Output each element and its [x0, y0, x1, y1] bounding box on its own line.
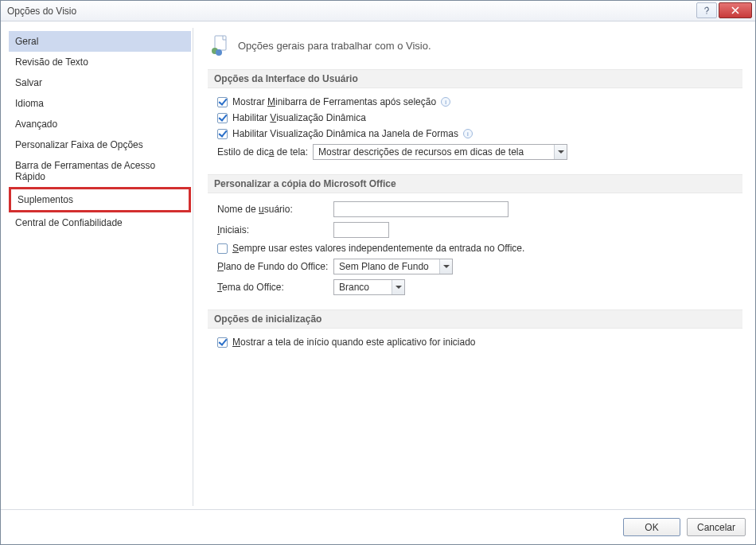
- page-intro: Opções gerais para trabalhar com o Visio…: [208, 34, 742, 56]
- ok-button[interactable]: OK: [623, 518, 680, 536]
- office-background-combo[interactable]: Sem Plano de Fundo: [333, 259, 453, 274]
- category-sidebar: Geral Revisão de Texto Salvar Idioma Ava…: [9, 28, 193, 506]
- section-personalize-body: Nome de usuário: Iniciais: Sempre usar e…: [208, 201, 742, 309]
- option-dynamic-view[interactable]: Habilitar Visualização Dinâmica: [217, 112, 738, 123]
- combo-value: Mostrar descrições de recursos em dicas …: [314, 145, 554, 159]
- option-label: Mostrar Minibarra de Ferramentas após se…: [232, 96, 436, 107]
- help-button[interactable]: [696, 2, 717, 18]
- svg-point-0: [706, 13, 707, 14]
- intro-text: Opções gerais para trabalhar com o Visio…: [238, 40, 431, 52]
- dialog-footer: OK Cancelar: [1, 509, 755, 544]
- option-label: Mostrar a tela de início quando este apl…: [232, 337, 476, 348]
- titlebar: Opções do Visio: [1, 1, 755, 21]
- sidebar-item-label: Salvar: [15, 77, 42, 88]
- section-startup-body: Mostrar a tela de início quando este apl…: [208, 337, 742, 362]
- sidebar-item-label: Geral: [15, 36, 38, 47]
- info-icon[interactable]: i: [463, 129, 473, 138]
- sidebar-item-save[interactable]: Salvar: [9, 72, 191, 93]
- sidebar-item-general[interactable]: Geral: [9, 31, 191, 52]
- sidebar-item-advanced[interactable]: Avançado: [9, 114, 191, 134]
- sidebar-item-proofing[interactable]: Revisão de Texto: [9, 52, 191, 72]
- initials-label: Iniciais:: [217, 224, 329, 236]
- sidebar-item-addins[interactable]: Suplementos: [9, 187, 191, 212]
- sidebar-item-customize-ribbon[interactable]: Personalizar Faixa de Opções: [9, 134, 191, 155]
- chevron-down-icon: [439, 259, 452, 274]
- chevron-down-icon: [392, 280, 404, 294]
- sidebar-item-label: Central de Confiabilidade: [15, 217, 123, 228]
- option-always-use[interactable]: Sempre usar estes valores independenteme…: [217, 243, 738, 254]
- options-dialog: Opções do Visio Geral Revisão de Texto S…: [0, 0, 756, 545]
- sidebar-item-label: Avançado: [15, 119, 57, 130]
- checkbox-dynamic-view[interactable]: [217, 113, 228, 123]
- dialog-body: Geral Revisão de Texto Salvar Idioma Ava…: [1, 21, 755, 509]
- help-icon: [702, 6, 711, 15]
- tooltip-style-combo[interactable]: Mostrar descrições de recursos em dicas …: [313, 144, 567, 160]
- checkbox-always-use[interactable]: [217, 243, 228, 254]
- sidebar-item-label: Revisão de Texto: [15, 56, 88, 68]
- sidebar-item-label: Barra de Ferramentas de Acesso Rápido: [15, 160, 155, 182]
- office-background-row: Plano de Fundo do Office: Sem Plano de F…: [217, 259, 738, 274]
- option-show-start-screen[interactable]: Mostrar a tela de início quando este apl…: [217, 337, 738, 348]
- titlebar-buttons: [696, 1, 755, 21]
- office-theme-label: Tema do Office:: [217, 282, 329, 293]
- sidebar-item-trust-center[interactable]: Central de Confiabilidade: [9, 212, 191, 233]
- general-options-icon: [208, 34, 230, 56]
- svg-point-3: [216, 49, 222, 56]
- window-title: Opções do Visio: [7, 6, 696, 17]
- initials-input[interactable]: [333, 222, 389, 238]
- cancel-button[interactable]: Cancelar: [687, 518, 746, 536]
- sidebar-item-label: Idioma: [15, 98, 44, 109]
- sidebar-item-language[interactable]: Idioma: [9, 93, 191, 114]
- initials-row: Iniciais:: [217, 222, 738, 238]
- username-input[interactable]: [333, 201, 509, 217]
- section-personalize-header: Personalizar a cópia do Microsoft Office: [208, 174, 742, 193]
- sidebar-item-label: Suplementos: [18, 194, 73, 205]
- combo-value: Sem Plano de Fundo: [334, 259, 439, 274]
- option-dynamic-view-shapes[interactable]: Habilitar Visualização Dinâmica na Janel…: [217, 128, 738, 139]
- option-label: Habilitar Visualização Dinâmica na Janel…: [232, 128, 458, 139]
- combo-value: Branco: [334, 280, 392, 294]
- username-row: Nome de usuário:: [217, 201, 738, 217]
- info-icon[interactable]: i: [441, 97, 450, 107]
- options-content: Opções gerais para trabalhar com o Visio…: [198, 28, 747, 506]
- close-button[interactable]: [719, 2, 752, 18]
- checkbox-show-start-screen[interactable]: [217, 337, 228, 348]
- sidebar-item-quick-access-toolbar[interactable]: Barra de Ferramentas de Acesso Rápido: [9, 155, 191, 187]
- close-icon: [731, 6, 739, 14]
- tooltip-style-row: Estilo de dica de tela: Mostrar descriçõ…: [217, 144, 738, 160]
- tooltip-style-label: Estilo de dica de tela:: [217, 146, 308, 158]
- office-theme-row: Tema do Office: Branco: [217, 279, 738, 295]
- checkbox-dynamic-view-shapes[interactable]: [217, 129, 228, 139]
- option-label: Sempre usar estes valores independenteme…: [232, 243, 524, 254]
- svg-rect-1: [215, 36, 226, 50]
- chevron-down-icon: [554, 145, 567, 159]
- username-label: Nome de usuário:: [217, 204, 329, 215]
- option-label: Habilitar Visualização Dinâmica: [232, 112, 366, 123]
- sidebar-item-label: Personalizar Faixa de Opções: [15, 139, 143, 150]
- section-ui-body: Mostrar Minibarra de Ferramentas após se…: [208, 96, 742, 174]
- option-show-minibar[interactable]: Mostrar Minibarra de Ferramentas após se…: [217, 96, 738, 107]
- section-ui-header: Opções da Interface do Usuário: [208, 69, 742, 88]
- section-startup-header: Opções de inicialização: [208, 309, 742, 329]
- office-background-label: Plano de Fundo do Office:: [217, 261, 329, 272]
- office-theme-combo[interactable]: Branco: [333, 279, 405, 295]
- checkbox-show-minibar[interactable]: [217, 97, 228, 107]
